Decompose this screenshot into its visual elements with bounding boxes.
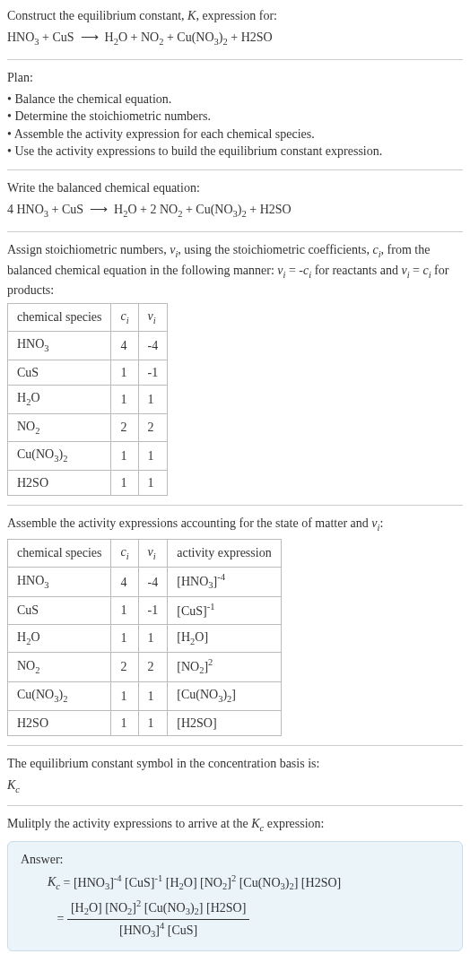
cell-ci: 1 [111,597,138,624]
fraction-denominator: [HNO3]4 [CuS] [67,920,249,941]
text: : [379,516,383,530]
cell-ci: 4 [111,332,138,360]
col-species: chemical species [8,303,111,331]
text: Assemble the activity expressions accoun… [7,516,371,530]
section-multiply: Mulitply the activity expressions to arr… [7,815,463,951]
cell-species: H2SO [8,710,111,736]
kc-symbol: Kc [7,776,463,796]
cell-vi: -4 [138,332,168,360]
cell-ci: 2 [111,653,138,682]
text: expression: [264,817,324,830]
cell-species: NO2 [8,653,111,682]
table-header-row: chemical species ci νi activity expressi… [8,539,282,567]
text: , expression for: [196,9,277,22]
col-activity: activity expression [168,539,281,567]
col-species: chemical species [8,539,111,567]
cell-ci: 2 [111,413,138,441]
cell-vi: 1 [138,386,168,413]
cell-vi: 1 [138,442,168,470]
cell-ci: 4 [111,568,138,597]
section-balanced: Write the balanced chemical equation: 4 … [7,179,463,232]
table-row: Cu(NO3)2 1 1 [8,442,168,470]
cell-vi: 2 [138,653,168,682]
table-row: HNO3 4 -4 [HNO3]-4 [8,568,282,597]
section-activity: Assemble the activity expressions accoun… [7,515,463,746]
cell-species: H2SO [8,470,111,496]
cell-species: HNO3 [8,332,111,360]
cell-vi: 1 [138,624,168,652]
cell-species: HNO3 [8,568,111,597]
cell-vi: 1 [138,710,168,736]
cell-species: Cu(NO3)2 [8,442,111,470]
plan-bullet: • Assemble the activity expression for e… [7,126,463,143]
cell-species: H2O [8,386,111,413]
cell-vi: -1 [138,360,168,386]
cell-ci: 1 [111,682,138,710]
plan-heading: Plan: [7,69,463,87]
cell-species: Cu(NO3)2 [8,682,111,710]
cell-ci: 1 [111,360,138,386]
cell-vi: 1 [138,470,168,496]
cell-ci: 1 [111,470,138,496]
construct-heading: Construct the equilibrium constant, K, e… [7,7,463,25]
answer-box: Answer: Kc = [HNO3]-4 [CuS]-1 [H2O] [NO2… [7,841,463,951]
table-header-row: chemical species ci νi [8,303,168,331]
table-row: H2O 1 1 [8,386,168,413]
cell-ci: 1 [111,624,138,652]
cell-activity: [H2SO] [168,710,281,736]
cell-species: CuS [8,360,111,386]
table-row: H2O 1 1 [H2O] [8,624,282,652]
section-plan: Plan: • Balance the chemical equation. •… [7,69,463,170]
text: , using the stoichiometric coefficients, [178,243,372,256]
cell-activity: [Cu(NO3)2] [168,682,281,710]
cell-activity: [H2O] [168,624,281,652]
kc-line1: Kc = [HNO3]-4 [CuS]-1 [H2O] [NO2]2 [Cu(N… [48,872,449,894]
table-row: NO2 2 2 [8,413,168,441]
kc-expression: Kc = [HNO3]-4 [CuS]-1 [H2O] [NO2]2 [Cu(N… [48,872,449,941]
cell-species: NO2 [8,413,111,441]
kc-line2: = [H2O] [NO2]2 [Cu(NO3)2] [H2SO] [HNO3]4… [48,898,449,941]
cell-vi: -4 [138,568,168,597]
text: Mulitply the activity expressions to arr… [7,817,251,830]
fraction-numerator: [H2O] [NO2]2 [Cu(NO3)2] [H2SO] [67,898,249,920]
col-vi: νi [138,539,168,567]
table-row: HNO3 4 -4 [8,332,168,360]
k-italic: K [187,9,196,22]
section-symbol: The equilibrium constant symbol in the c… [7,755,463,806]
symbol-heading: The equilibrium constant symbol in the c… [7,755,463,773]
table-row: H2SO 1 1 [8,470,168,496]
balanced-equation: 4 HNO3 + CuS ⟶ H2O + 2 NO2 + Cu(NO3)2 + … [7,201,463,221]
plan-bullet: • Balance the chemical equation. [7,91,463,108]
stoich-heading: Assign stoichiometric numbers, νi, using… [7,241,463,299]
cell-activity: [CuS]-1 [168,597,281,624]
answer-label: Answer: [21,851,449,869]
text: Assign stoichiometric numbers, [7,243,170,256]
plan-bullet: • Use the activity expressions to build … [7,143,463,160]
multiply-heading: Mulitply the activity expressions to arr… [7,815,463,835]
cell-species: H2O [8,624,111,652]
cell-species: CuS [8,597,111,624]
fraction: [H2O] [NO2]2 [Cu(NO3)2] [H2SO] [HNO3]4 [… [67,898,249,941]
activity-heading: Assemble the activity expressions accoun… [7,515,463,534]
text: Construct the equilibrium constant, [7,9,187,22]
cell-ci: 1 [111,442,138,470]
col-vi: νi [138,303,168,331]
table-row: CuS 1 -1 [8,360,168,386]
cell-vi: 1 [138,682,168,710]
balanced-heading: Write the balanced chemical equation: [7,179,463,197]
cell-activity: [HNO3]-4 [168,568,281,597]
table-row: NO2 2 2 [NO2]2 [8,653,282,682]
cell-activity: [NO2]2 [168,653,281,682]
unbalanced-equation: HNO3 + CuS ⟶ H2O + NO2 + Cu(NO3)2 + H2SO [7,29,463,48]
cell-ci: 1 [111,710,138,736]
cell-vi: 2 [138,413,168,441]
activity-table: chemical species ci νi activity expressi… [7,539,282,737]
cell-ci: 1 [111,386,138,413]
section-stoich: Assign stoichiometric numbers, νi, using… [7,241,463,506]
col-ci: ci [111,303,138,331]
table-row: CuS 1 -1 [CuS]-1 [8,597,282,624]
section-construct: Construct the equilibrium constant, K, e… [7,7,463,60]
table-row: Cu(NO3)2 1 1 [Cu(NO3)2] [8,682,282,710]
col-ci: ci [111,539,138,567]
plan-bullet: • Determine the stoichiometric numbers. [7,108,463,126]
